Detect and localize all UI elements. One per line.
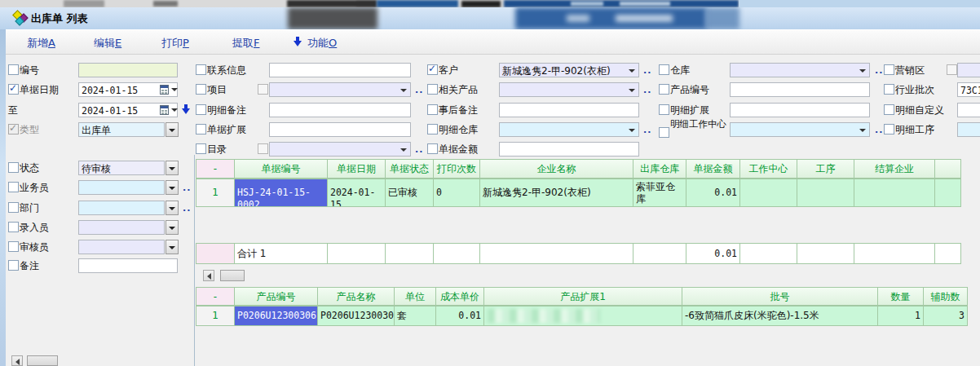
row-number-cell[interactable]: 1	[196, 179, 235, 207]
checkbox-detail-workcenter[interactable]	[659, 127, 669, 138]
product-ext-cell[interactable]	[483, 306, 682, 326]
column-header[interactable]: 产品编号	[234, 287, 318, 306]
batch-no-cell[interactable]: -6致简猫爪皮床(米驼色)-1.5米	[682, 306, 878, 326]
process-cell[interactable]	[797, 179, 854, 207]
checkbox-remark[interactable]	[8, 260, 19, 271]
print-count-cell[interactable]: 0	[433, 179, 480, 207]
date-cell[interactable]: 2024-01-15	[327, 179, 386, 207]
marketing-area-combo[interactable]	[957, 63, 980, 77]
column-header[interactable]: 出库仓库	[633, 159, 686, 179]
type-combo[interactable]: 出库单	[78, 122, 165, 137]
remark-input[interactable]	[78, 258, 178, 273]
company-cell[interactable]: 新城逸隽2-甲-902(衣柜)	[479, 179, 633, 207]
cost-price-cell[interactable]: 0.01	[435, 306, 484, 326]
column-header[interactable]: 单位	[394, 287, 436, 306]
detail-process-combo[interactable]	[957, 122, 980, 137]
detail-workcenter-combo[interactable]	[730, 122, 870, 137]
column-header[interactable]: -	[196, 287, 235, 306]
menu-new[interactable]: 新增A	[27, 36, 55, 51]
detail-workcenter-browse-button[interactable]: ..	[875, 125, 883, 135]
checkbox-detail-custom[interactable]	[884, 104, 894, 115]
status-combo-button[interactable]	[166, 161, 179, 175]
checkbox-marketing-area-sub[interactable]	[947, 64, 957, 75]
after-remark-input[interactable]	[499, 103, 639, 117]
column-header[interactable]: 企业名称	[479, 159, 633, 179]
checkbox-project-sub[interactable]	[258, 84, 268, 95]
checkbox-detail-process[interactable]	[884, 124, 894, 134]
checkbox-detail-remark[interactable]	[196, 104, 206, 115]
checkbox-catalog[interactable]	[196, 143, 206, 154]
column-header[interactable]: 单据状态	[385, 159, 434, 179]
calendar-icon[interactable]	[160, 85, 169, 95]
menu-print[interactable]: 打印P	[161, 36, 189, 51]
column-header[interactable]: 批号	[682, 287, 878, 306]
column-header[interactable]: 单据日期	[327, 159, 386, 179]
column-header[interactable]: -	[196, 159, 235, 179]
status-cell[interactable]: 已审核	[385, 179, 434, 207]
detail-custom-input[interactable]	[957, 103, 980, 117]
checkbox-customer[interactable]	[427, 64, 438, 75]
customer-combo[interactable]: 新城逸隽2-甲-902(衣柜)	[499, 63, 639, 77]
catalog-combo[interactable]	[269, 142, 411, 157]
department-combo[interactable]	[78, 201, 165, 215]
industry-batch-input[interactable]: 73C1	[957, 82, 980, 97]
checkbox-doc-date[interactable]	[8, 84, 19, 95]
detail-extend-input[interactable]	[730, 103, 870, 117]
scroll-left-button[interactable]	[203, 270, 214, 281]
project-combo[interactable]	[269, 82, 411, 97]
catalog-browse-button[interactable]: ..	[415, 144, 423, 155]
qty-cell[interactable]: 1	[877, 306, 924, 326]
unit-cell[interactable]: 套	[394, 306, 436, 326]
department-browse-button[interactable]: ..	[183, 203, 191, 214]
salesman-combo[interactable]	[78, 180, 165, 195]
order-no-cell[interactable]: HSJ-24-01-15-0002	[234, 179, 328, 207]
checkbox-warehouse[interactable]	[659, 64, 669, 75]
auditor-combo[interactable]	[78, 240, 165, 254]
checkbox-detail-extend[interactable]	[659, 104, 669, 115]
menu-extract[interactable]: 提取F	[232, 36, 259, 51]
checkbox-doc-amount[interactable]	[427, 143, 438, 154]
settle-company-cell[interactable]	[854, 179, 935, 207]
checkbox-marketing-area[interactable]	[884, 64, 894, 75]
aux-qty-cell[interactable]: 3	[923, 306, 968, 326]
checkbox-salesman[interactable]	[8, 182, 19, 192]
scrollbar-thumb[interactable]	[220, 270, 245, 281]
column-header[interactable]: 打印次数	[433, 159, 480, 179]
checkbox-department[interactable]	[8, 202, 19, 213]
product-no-input[interactable]	[730, 82, 870, 97]
window-titlebar[interactable]: 出库单 列表	[0, 7, 980, 29]
work-center-cell[interactable]	[739, 179, 797, 207]
detail-warehouse-browse-button[interactable]: ..	[643, 125, 651, 135]
column-header[interactable]: 产品名称	[317, 287, 395, 306]
related-product-browse-button[interactable]: ..	[643, 85, 651, 95]
column-header[interactable]: 工序	[797, 159, 854, 179]
entry-clerk-combo-button[interactable]	[166, 220, 179, 235]
warehouse-combo[interactable]	[730, 63, 870, 77]
order-no-input[interactable]	[78, 63, 178, 77]
doc-amount-input[interactable]	[499, 142, 639, 157]
checkbox-entry-clerk[interactable]	[8, 222, 19, 232]
entry-clerk-combo[interactable]	[78, 220, 165, 235]
checkbox-doc-extend[interactable]	[196, 124, 206, 134]
checkbox-status[interactable]	[8, 162, 19, 173]
amount-cell[interactable]: 0.01	[686, 179, 740, 207]
column-header[interactable]: 单据金额	[686, 159, 740, 179]
menu-edit[interactable]: 编辑E	[94, 36, 121, 51]
checkbox-related-product[interactable]	[427, 84, 438, 95]
warehouse-browse-button[interactable]: ..	[875, 65, 883, 76]
scrollbar-thumb[interactable]	[27, 355, 58, 366]
checkbox-catalog-sub[interactable]	[258, 143, 268, 154]
checkbox-order-no[interactable]	[8, 64, 19, 75]
product-no-cell[interactable]: P0206U12300306	[234, 306, 318, 326]
column-header[interactable]: 工作中心	[739, 159, 797, 179]
detail-warehouse-combo[interactable]	[499, 122, 639, 137]
checkbox-detail-warehouse[interactable]	[427, 124, 438, 134]
salesman-combo-button[interactable]	[166, 180, 179, 195]
checkbox-industry-batch[interactable]	[884, 84, 894, 95]
expand-filters-arrow-icon[interactable]	[182, 104, 191, 115]
checkbox-contact-info[interactable]	[196, 64, 206, 75]
doc-extend-input[interactable]	[269, 122, 411, 137]
type-combo-button[interactable]	[166, 122, 179, 137]
salesman-browse-button[interactable]: ..	[183, 183, 191, 193]
date-dropdown-arrow-icon[interactable]	[171, 108, 178, 112]
